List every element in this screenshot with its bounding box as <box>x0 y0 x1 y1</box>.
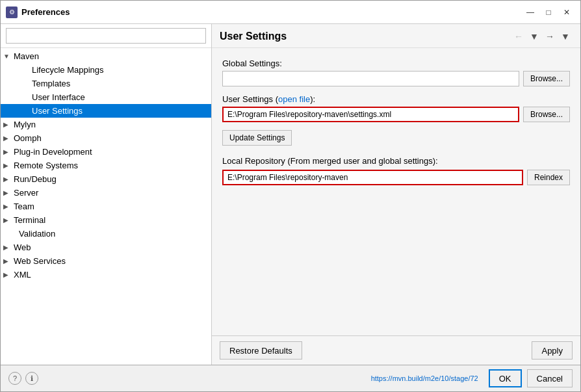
update-settings-button[interactable]: Update Settings <box>222 130 292 146</box>
sidebar-item-user-settings[interactable]: User Settings <box>1 104 211 118</box>
panel-bottom-bar: Restore Defaults Apply <box>212 335 580 365</box>
expand-arrow-team: ▶ <box>3 203 11 210</box>
expand-arrow-run: ▶ <box>3 176 11 183</box>
expand-arrow-remote: ▶ <box>3 162 11 169</box>
reindex-button[interactable]: Reindex <box>527 170 570 185</box>
expand-arrow-xml: ▶ <box>3 271 11 278</box>
open-file-link[interactable]: open file <box>278 94 310 104</box>
local-repo-label: Local Repository (From merged user and g… <box>222 156 570 166</box>
window-controls: — □ ✕ <box>522 4 575 21</box>
expand-arrow-oomph: ▶ <box>3 135 11 142</box>
main-content: ▼ Maven Lifecycle Mappings Templates Use… <box>1 24 580 365</box>
sidebar-item-maven[interactable]: ▼ Maven <box>1 49 211 63</box>
nav-buttons: ← ▼ → ▼ <box>511 29 573 44</box>
user-settings-browse-button[interactable]: Browse... <box>523 107 570 122</box>
expand-arrow-maven: ▼ <box>3 53 11 60</box>
search-input[interactable] <box>6 28 206 44</box>
sidebar-item-server[interactable]: ▶ Server <box>1 186 211 200</box>
title-bar: ⚙ Preferences — □ ✕ <box>1 1 580 24</box>
cancel-button[interactable]: Cancel <box>527 369 573 387</box>
footer-icons: ? ℹ <box>8 372 38 385</box>
sidebar-item-mylyn[interactable]: ▶ Mylyn <box>1 118 211 131</box>
nav-dropdown-forward[interactable]: ▼ <box>558 29 573 44</box>
dialog-footer: ? ℹ https://mvn.build/m2e/10/stage/72 OK… <box>1 365 580 391</box>
sidebar-item-validation[interactable]: Validation <box>1 227 211 241</box>
expand-arrow-terminal: ▶ <box>3 216 11 224</box>
sidebar-item-plugin-dev[interactable]: ▶ Plug-in Development <box>1 145 211 159</box>
info-icon[interactable]: ℹ <box>25 372 38 385</box>
sidebar-item-web-services[interactable]: ▶ Web Services <box>1 254 211 268</box>
sidebar-item-user-interface[interactable]: User Interface <box>1 90 211 104</box>
sidebar-item-templates[interactable]: Templates <box>1 77 211 90</box>
local-repo-row: Reindex <box>222 170 570 185</box>
sidebar-item-xml[interactable]: ▶ XML <box>1 268 211 281</box>
nav-back-button[interactable]: ← <box>511 29 526 44</box>
user-settings-label: User Settings (open file): <box>222 94 570 104</box>
footer-link[interactable]: https://mvn.build/m2e/10/stage/72 <box>371 374 478 382</box>
maximize-button[interactable]: □ <box>540 4 557 21</box>
expand-arrow-plugin: ▶ <box>3 148 11 155</box>
sidebar-item-run-debug[interactable]: ▶ Run/Debug <box>1 172 211 186</box>
right-panel-body: Global Settings: Browse... User Settings… <box>212 48 580 335</box>
global-settings-browse-button[interactable]: Browse... <box>523 71 570 86</box>
sidebar-item-terminal[interactable]: ▶ Terminal <box>1 213 211 227</box>
local-repo-input[interactable] <box>222 170 523 185</box>
right-panel: User Settings ← ▼ → ▼ Global Settings: B… <box>212 24 580 365</box>
sidebar-item-team[interactable]: ▶ Team <box>1 200 211 213</box>
minimize-button[interactable]: — <box>522 4 539 21</box>
user-settings-input[interactable] <box>222 107 519 122</box>
sidebar-item-web[interactable]: ▶ Web <box>1 241 211 254</box>
restore-defaults-button[interactable]: Restore Defaults <box>220 341 302 359</box>
expand-arrow-mylyn: ▶ <box>3 121 11 128</box>
global-settings-label: Global Settings: <box>222 59 570 68</box>
apply-button[interactable]: Apply <box>532 341 573 359</box>
window-title: Preferences <box>21 7 522 17</box>
global-settings-input[interactable] <box>222 71 519 86</box>
nav-dropdown-back[interactable]: ▼ <box>527 29 541 44</box>
panel-title: User Settings <box>220 31 287 42</box>
sidebar-item-oomph[interactable]: ▶ Oomph <box>1 131 211 145</box>
help-icon[interactable]: ? <box>8 372 21 385</box>
sidebar-search-container <box>1 24 211 48</box>
expand-arrow-web: ▶ <box>3 244 11 251</box>
app-icon: ⚙ <box>6 7 18 18</box>
user-settings-row: Browse... <box>222 107 570 122</box>
ok-button[interactable]: OK <box>489 369 522 387</box>
global-settings-row: Browse... <box>222 71 570 86</box>
preferences-window: ⚙ Preferences — □ ✕ ▼ Maven Lifecycle Ma… <box>0 0 581 392</box>
sidebar-item-remote-systems[interactable]: ▶ Remote Systems <box>1 159 211 172</box>
nav-forward-button[interactable]: → <box>543 29 557 44</box>
sidebar-item-maven-label: Maven <box>14 51 39 61</box>
sidebar: ▼ Maven Lifecycle Mappings Templates Use… <box>1 24 212 365</box>
expand-arrow-web-services: ▶ <box>3 257 11 265</box>
sidebar-tree: ▼ Maven Lifecycle Mappings Templates Use… <box>1 48 211 365</box>
right-panel-header: User Settings ← ▼ → ▼ <box>212 24 580 48</box>
close-button[interactable]: ✕ <box>558 4 575 21</box>
expand-arrow-server: ▶ <box>3 189 11 196</box>
sidebar-item-lifecycle-mappings[interactable]: Lifecycle Mappings <box>1 63 211 77</box>
